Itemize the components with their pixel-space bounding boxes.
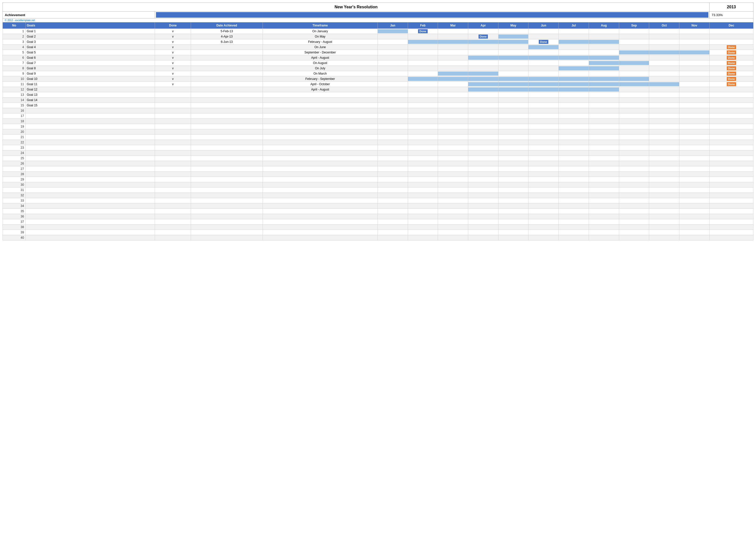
row-month-8 bbox=[589, 182, 619, 187]
table-row: 36 bbox=[3, 214, 754, 219]
row-goal[interactable] bbox=[26, 166, 155, 172]
row-month-7 bbox=[559, 108, 589, 113]
row-date-achieved bbox=[191, 87, 263, 92]
row-goal[interactable]: Goal 11 bbox=[26, 82, 155, 87]
table-row: 32 bbox=[3, 193, 754, 198]
row-goal[interactable] bbox=[26, 124, 155, 129]
table-row: 20 bbox=[3, 129, 754, 135]
row-no: 9 bbox=[3, 71, 26, 76]
row-goal[interactable]: Goal 15 bbox=[26, 103, 155, 108]
row-timeframe bbox=[263, 230, 377, 235]
row-month-12 bbox=[709, 214, 753, 219]
row-goal[interactable] bbox=[26, 172, 155, 177]
row-goal[interactable]: Goal 13 bbox=[26, 92, 155, 97]
row-goal[interactable] bbox=[26, 235, 155, 240]
row-month-4 bbox=[468, 193, 498, 198]
row-no: 37 bbox=[3, 219, 26, 225]
row-goal[interactable]: Goal 5 bbox=[26, 50, 155, 55]
row-month-5 bbox=[498, 193, 528, 198]
row-goal[interactable] bbox=[26, 135, 155, 140]
row-month-4 bbox=[468, 119, 498, 124]
row-goal[interactable] bbox=[26, 156, 155, 161]
row-month-11 bbox=[679, 82, 709, 87]
row-date-achieved bbox=[191, 55, 263, 60]
row-goal[interactable]: Goal 14 bbox=[26, 97, 155, 103]
row-goal[interactable] bbox=[26, 177, 155, 182]
row-no: 14 bbox=[3, 97, 26, 103]
row-month-7 bbox=[559, 219, 589, 225]
row-goal[interactable] bbox=[26, 230, 155, 235]
row-month-1 bbox=[377, 219, 408, 225]
row-no: 6 bbox=[3, 55, 26, 60]
row-goal[interactable]: Goal 1 bbox=[26, 29, 155, 34]
row-date-achieved bbox=[191, 140, 263, 145]
row-month-2 bbox=[408, 156, 438, 161]
row-date-achieved bbox=[191, 108, 263, 113]
row-month-9 bbox=[619, 193, 649, 198]
row-goal[interactable] bbox=[26, 198, 155, 203]
row-month-7 bbox=[559, 55, 589, 60]
row-goal[interactable]: Goal 12 bbox=[26, 87, 155, 92]
row-month-8 bbox=[589, 135, 619, 140]
row-month-7 bbox=[559, 156, 589, 161]
row-goal[interactable] bbox=[26, 140, 155, 145]
row-goal[interactable] bbox=[26, 187, 155, 193]
row-timeframe bbox=[263, 113, 377, 119]
row-month-9 bbox=[619, 150, 649, 156]
row-month-5 bbox=[498, 203, 528, 209]
row-goal[interactable] bbox=[26, 129, 155, 135]
table-row: 31 bbox=[3, 187, 754, 193]
row-month-12 bbox=[709, 145, 753, 150]
row-month-7 bbox=[559, 230, 589, 235]
row-month-1 bbox=[377, 193, 408, 198]
row-goal[interactable] bbox=[26, 203, 155, 209]
row-goal[interactable] bbox=[26, 145, 155, 150]
row-done-check bbox=[155, 193, 191, 198]
row-goal[interactable] bbox=[26, 119, 155, 124]
row-month-7 bbox=[559, 103, 589, 108]
row-month-2 bbox=[408, 235, 438, 240]
row-month-7 bbox=[559, 29, 589, 34]
row-month-11 bbox=[679, 29, 709, 34]
row-month-10 bbox=[649, 166, 679, 172]
row-month-1 bbox=[377, 140, 408, 145]
row-date-achieved: 6-Jun-13 bbox=[191, 39, 263, 45]
row-goal[interactable] bbox=[26, 161, 155, 166]
row-goal[interactable]: Goal 3 bbox=[26, 39, 155, 45]
row-goal[interactable] bbox=[26, 150, 155, 156]
row-month-5 bbox=[498, 230, 528, 235]
row-month-5 bbox=[498, 97, 528, 103]
row-no: 1 bbox=[3, 29, 26, 34]
row-goal[interactable] bbox=[26, 219, 155, 225]
row-goal[interactable]: Goal 6 bbox=[26, 55, 155, 60]
row-done-check: v bbox=[155, 29, 191, 34]
row-goal[interactable] bbox=[26, 193, 155, 198]
row-month-7 bbox=[559, 119, 589, 124]
row-goal[interactable]: Goal 4 bbox=[26, 45, 155, 50]
row-goal[interactable]: Goal 7 bbox=[26, 60, 155, 66]
row-goal[interactable] bbox=[26, 113, 155, 119]
row-month-4 bbox=[468, 235, 498, 240]
row-month-1 bbox=[377, 182, 408, 187]
row-month-12 bbox=[709, 129, 753, 135]
row-goal[interactable] bbox=[26, 209, 155, 214]
table-row: 21 bbox=[3, 135, 754, 140]
row-month-4 bbox=[468, 87, 498, 92]
row-month-2 bbox=[408, 39, 438, 45]
row-month-2 bbox=[408, 161, 438, 166]
row-goal[interactable]: Goal 8 bbox=[26, 66, 155, 71]
row-month-2 bbox=[408, 177, 438, 182]
header-date-achieved: Date Achieved bbox=[191, 23, 263, 29]
row-goal[interactable] bbox=[26, 108, 155, 113]
row-month-2 bbox=[408, 219, 438, 225]
row-month-4 bbox=[468, 177, 498, 182]
row-goal[interactable]: Goal 9 bbox=[26, 71, 155, 76]
row-goal[interactable] bbox=[26, 214, 155, 219]
row-goal[interactable]: Goal 10 bbox=[26, 76, 155, 82]
row-goal[interactable] bbox=[26, 225, 155, 230]
row-date-achieved bbox=[191, 82, 263, 87]
row-no: 11 bbox=[3, 82, 26, 87]
row-goal[interactable]: Goal 2 bbox=[26, 34, 155, 39]
row-month-7 bbox=[559, 177, 589, 182]
row-goal[interactable] bbox=[26, 182, 155, 187]
